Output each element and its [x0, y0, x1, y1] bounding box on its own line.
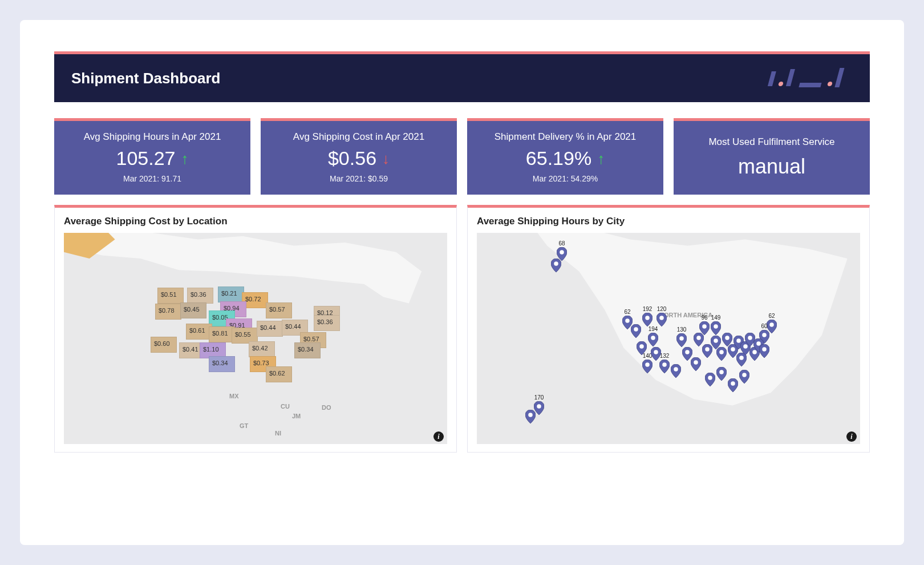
- chart-title: Average Shipping Cost by Location: [64, 216, 447, 227]
- svg-point-19: [769, 322, 774, 327]
- chart-title: Average Shipping Hours by City: [477, 216, 860, 227]
- state-value-label: $0.60: [154, 340, 170, 347]
- svg-point-30: [705, 347, 710, 352]
- svg-point-25: [654, 350, 658, 354]
- map-pin[interactable]: [691, 357, 701, 371]
- map-pin[interactable]: 140: [642, 360, 653, 373]
- state-value-label: $0.44: [260, 324, 276, 331]
- map-pin[interactable]: 149: [711, 321, 721, 335]
- state-value-label: $0.57: [269, 306, 285, 313]
- state-value-label: $0.51: [161, 291, 177, 298]
- kpi-card-shipping-cost[interactable]: Avg Shipping Cost in Apr 2021 $0.56 ↓ Ma…: [261, 118, 457, 195]
- state-value-label: $0.44: [285, 323, 301, 330]
- svg-point-21: [537, 404, 541, 409]
- map-pin[interactable]: [705, 373, 715, 386]
- svg-point-17: [702, 324, 707, 329]
- svg-point-38: [748, 336, 752, 340]
- kpi-value: 105.27: [116, 147, 176, 170]
- svg-point-43: [731, 381, 735, 386]
- state-value-label: $0.34: [298, 346, 314, 353]
- pin-value-label: 68: [558, 240, 565, 247]
- pin-value-label: 149: [711, 314, 721, 321]
- arrow-up-icon: ↑: [181, 151, 189, 166]
- svg-point-32: [719, 350, 724, 354]
- map-pin[interactable]: [739, 370, 749, 384]
- pin-value-label: 62: [768, 313, 775, 319]
- state-value-label: $0.61: [189, 327, 205, 334]
- svg-point-24: [639, 344, 644, 349]
- kpi-subtext: Mar 2021: 91.71: [62, 174, 242, 183]
- map-pin[interactable]: [671, 364, 681, 378]
- map-pin[interactable]: 120: [656, 313, 667, 326]
- svg-point-1: [778, 82, 784, 86]
- map-pin[interactable]: 132: [659, 360, 670, 373]
- pin-value-label: 132: [660, 353, 670, 359]
- state-value-label: $0.57: [303, 336, 319, 342]
- state-value-label: $0.34: [212, 360, 228, 366]
- svg-point-10: [625, 318, 630, 323]
- kpi-subtext: Mar 2021: $0.59: [269, 174, 449, 183]
- state-value-label: $0.73: [253, 360, 269, 366]
- svg-point-4: [827, 82, 833, 86]
- arrow-up-icon: ↑: [597, 151, 605, 166]
- map-pin[interactable]: [551, 259, 561, 272]
- map-pin[interactable]: 130: [676, 333, 687, 347]
- charts-row: Average Shipping Cost by Location $0.51$…: [54, 205, 870, 453]
- svg-point-33: [725, 336, 730, 340]
- svg-point-16: [679, 336, 684, 341]
- map-pin[interactable]: [759, 344, 769, 358]
- svg-point-15: [662, 362, 667, 367]
- map-pin[interactable]: 194: [648, 333, 658, 346]
- kpi-value: $0.56: [328, 147, 376, 170]
- dashboard-header: Shipment Dashboard: [54, 51, 870, 102]
- kpi-card-shipping-hours[interactable]: Avg Shipping Hours in Apr 2021 105.27 ↑ …: [54, 118, 250, 195]
- svg-point-42: [742, 373, 747, 377]
- map-pin[interactable]: [716, 347, 727, 361]
- state-value-label: $1.10: [203, 346, 219, 353]
- pin-value-label: 194: [649, 326, 658, 332]
- map-pin[interactable]: [525, 410, 536, 423]
- chart-card-hours-by-city: Average Shipping Hours by City NORTH AME…: [467, 205, 870, 453]
- brand-logo: [761, 67, 853, 90]
- info-icon[interactable]: i: [433, 431, 444, 442]
- state-value-label: $0.21: [221, 290, 237, 297]
- svg-point-23: [634, 327, 638, 332]
- svg-point-12: [659, 316, 664, 320]
- arrow-down-icon: ↓: [382, 151, 390, 166]
- map-pin[interactable]: 192: [642, 313, 653, 326]
- svg-point-14: [645, 362, 650, 367]
- pin-value-label: 192: [643, 306, 653, 312]
- choropleth-map[interactable]: $0.51$0.36$0.21$0.72$0.78$0.45$0.94$0.05…: [64, 233, 447, 444]
- pin-value-label: 130: [677, 326, 687, 333]
- pin-value-label: 60: [761, 323, 767, 329]
- map-pin[interactable]: [637, 341, 647, 355]
- region-label: GT: [240, 422, 248, 429]
- state-value-label: $0.78: [159, 307, 175, 314]
- svg-point-27: [685, 350, 690, 354]
- svg-point-36: [739, 356, 744, 360]
- svg-rect-3: [799, 83, 821, 87]
- map-pin[interactable]: [651, 347, 661, 361]
- page-title: Shipment Dashboard: [71, 70, 220, 87]
- map-pin[interactable]: [631, 324, 641, 338]
- map-pin[interactable]: [716, 367, 727, 381]
- state-value-label: $0.81: [212, 330, 228, 337]
- region-label: NI: [275, 430, 281, 437]
- svg-point-9: [554, 261, 558, 266]
- svg-point-44: [719, 370, 724, 374]
- svg-point-22: [528, 413, 533, 417]
- svg-rect-5: [834, 68, 844, 87]
- svg-rect-0: [768, 71, 776, 86]
- svg-point-45: [708, 376, 712, 380]
- map-pin[interactable]: [728, 378, 738, 392]
- state-value-label: $0.55: [235, 331, 251, 338]
- svg-point-11: [645, 316, 650, 320]
- pin-map[interactable]: NORTH AMERICA 68621921201941401321309614…: [477, 233, 860, 444]
- kpi-title: Avg Shipping Cost in Apr 2021: [269, 131, 449, 143]
- info-icon[interactable]: i: [846, 431, 857, 442]
- state-value-label: $0.41: [183, 346, 198, 353]
- kpi-value: manual: [682, 155, 862, 179]
- kpi-card-delivery-pct[interactable]: Shipment Delivery % in Apr 2021 65.19% ↑…: [467, 118, 663, 195]
- kpi-card-fulfilment-service[interactable]: Most Used Fulfilment Service manual: [674, 118, 870, 195]
- region-label: JM: [292, 413, 301, 419]
